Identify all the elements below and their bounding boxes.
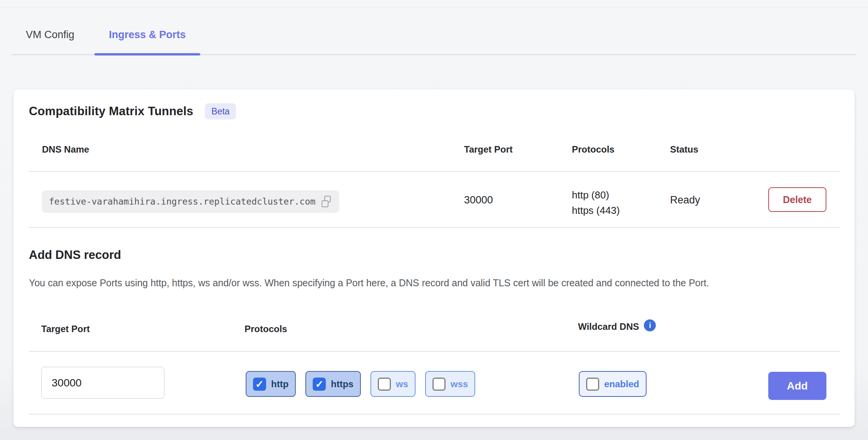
protocol-checkbox-https[interactable]: https — [305, 371, 361, 397]
table-row-divider — [29, 227, 840, 228]
form-label-wildcard-dns: Wildcard DNS — [578, 321, 639, 332]
protocol-checkbox-wss[interactable]: wss — [425, 371, 475, 397]
protocol-checkbox-ws[interactable]: ws — [370, 371, 416, 397]
protocol-checkbox-http[interactable]: http — [246, 371, 296, 397]
protocol-checkbox-group: http https ws wss — [246, 371, 475, 397]
tunnel-protocol-https: https (443) — [572, 203, 620, 218]
wildcard-dns-enabled-checkbox[interactable]: enabled — [579, 371, 647, 397]
beta-badge: Beta — [205, 103, 236, 119]
tab-ingress-ports[interactable]: Ingress & Ports — [94, 26, 200, 43]
add-button[interactable]: Add — [768, 372, 826, 400]
copy-icon[interactable] — [322, 196, 332, 207]
active-tab-indicator — [94, 53, 200, 55]
form-bottom-divider — [29, 414, 840, 415]
form-header-divider — [29, 351, 840, 352]
checkbox-icon — [378, 378, 391, 391]
tunnel-status: Ready — [670, 194, 700, 206]
top-divider — [0, 7, 868, 7]
column-header-protocols: Protocols — [572, 144, 615, 155]
checkbox-icon — [586, 378, 599, 391]
table-header-divider — [29, 171, 840, 172]
add-dns-heading: Add DNS record — [29, 248, 121, 262]
dns-name-pill: festive-varahamihira.ingress.replicatedc… — [42, 190, 339, 213]
column-header-dns-name: DNS Name — [42, 144, 89, 155]
tunnel-protocol-http: http (80) — [572, 187, 620, 203]
delete-button[interactable]: Delete — [768, 187, 826, 212]
form-label-wildcard-group: Wildcard DNS i — [578, 321, 656, 332]
checkbox-icon — [432, 378, 446, 391]
add-dns-description: You can expose Ports using http, https, … — [29, 275, 828, 291]
form-label-protocols: Protocols — [245, 324, 287, 334]
checkbox-icon — [253, 378, 266, 391]
dns-name-value: festive-varahamihira.ingress.replicatedc… — [49, 196, 315, 207]
column-header-target-port: Target Port — [464, 144, 513, 155]
form-label-target-port: Target Port — [41, 324, 90, 334]
tab-vm-config[interactable]: VM Config — [12, 26, 89, 43]
tunnel-protocols: http (80) https (443) — [572, 187, 620, 218]
card-title-row: Compatibility Matrix Tunnels Beta — [29, 103, 236, 119]
target-port-input[interactable] — [41, 367, 164, 399]
column-header-status: Status — [670, 144, 698, 155]
card-title: Compatibility Matrix Tunnels — [29, 104, 193, 118]
tunnel-target-port: 30000 — [464, 194, 493, 206]
info-icon[interactable]: i — [644, 319, 656, 331]
checkbox-icon — [313, 378, 326, 391]
ingress-card: Compatibility Matrix Tunnels Beta DNS Na… — [13, 89, 855, 427]
